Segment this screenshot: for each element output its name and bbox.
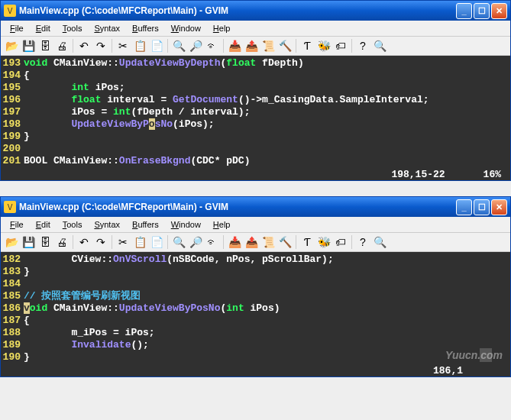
minimize-button[interactable]: _ bbox=[456, 199, 472, 215]
cut-icon[interactable]: ✂ bbox=[115, 234, 131, 250]
print-icon[interactable]: 🖨 bbox=[54, 38, 70, 53]
line-number: 190 bbox=[1, 351, 24, 363]
paste-icon[interactable]: 📄 bbox=[149, 234, 164, 250]
help-icon[interactable]: ? bbox=[355, 234, 370, 250]
shell-icon[interactable]: Ƭ bbox=[299, 38, 315, 53]
close-button[interactable]: ✕ bbox=[491, 3, 507, 19]
shell-icon[interactable]: Ƭ bbox=[299, 234, 315, 250]
menu-window[interactable]: Window bbox=[165, 218, 207, 231]
maximize-button[interactable]: ☐ bbox=[474, 3, 490, 19]
code-content: CView::OnVScroll(nSBCode, nPos, pScrollB… bbox=[24, 254, 510, 266]
toolbar-separator bbox=[296, 235, 296, 249]
ctags-icon[interactable]: 🐝 bbox=[316, 38, 332, 53]
save-session-icon[interactable]: 📤 bbox=[244, 38, 259, 53]
editor-line: 182 CView::OnVScroll(nSBCode, nPos, pScr… bbox=[1, 254, 510, 266]
toolbar-separator bbox=[112, 39, 112, 53]
editor-line: 199} bbox=[1, 131, 510, 143]
scroll-handle[interactable] bbox=[480, 348, 492, 362]
open-file-icon[interactable]: 📂 bbox=[4, 234, 19, 250]
copy-icon[interactable]: 📋 bbox=[132, 38, 147, 53]
window-title: MainView.cpp (C:\code\MFCReport\Main) - … bbox=[19, 5, 456, 16]
line-number: 182 bbox=[1, 254, 24, 266]
find-help-icon[interactable]: 🔍 bbox=[372, 38, 387, 53]
paste-icon[interactable]: 📄 bbox=[149, 38, 164, 53]
toolbar-separator bbox=[167, 39, 168, 53]
editor-line: 185// 按照套管编号刷新视图 bbox=[1, 290, 510, 302]
editor-line: 183} bbox=[1, 266, 510, 278]
load-session-icon[interactable]: 📥 bbox=[227, 234, 242, 250]
menubar: FileEditToolsSyntaxBuffersWindowHelp bbox=[1, 217, 510, 233]
code-content bbox=[24, 278, 510, 290]
scroll-percentage: 16% bbox=[484, 169, 501, 180]
menu-tools[interactable]: Tools bbox=[57, 22, 89, 34]
find-icon[interactable]: 🔍 bbox=[171, 38, 186, 53]
save-session-icon[interactable]: 📤 bbox=[244, 234, 259, 250]
menu-tools[interactable]: Tools bbox=[57, 218, 89, 231]
menu-buffers[interactable]: Buffers bbox=[126, 218, 165, 231]
line-number: 199 bbox=[1, 131, 24, 143]
open-file-icon[interactable]: 📂 bbox=[4, 38, 19, 53]
make-icon[interactable]: 🔨 bbox=[277, 38, 293, 53]
redo-icon[interactable]: ↷ bbox=[93, 234, 108, 250]
editor-line: 197 iPos = int(fDepth / interval); bbox=[1, 106, 510, 118]
editor-line: 187{ bbox=[1, 315, 510, 327]
editor-area[interactable]: 193void CMainView::UpdateViewByDepth(flo… bbox=[1, 56, 510, 169]
find-icon[interactable]: 🔍 bbox=[171, 234, 186, 250]
editor-line: 195 int iPos; bbox=[1, 82, 510, 94]
menu-window[interactable]: Window bbox=[165, 22, 207, 34]
tag-jump-icon[interactable]: 🏷 bbox=[333, 38, 348, 53]
help-icon[interactable]: ? bbox=[355, 38, 370, 53]
find-help-icon[interactable]: 🔍 bbox=[372, 234, 387, 250]
menu-buffers[interactable]: Buffers bbox=[126, 22, 165, 34]
code-content: UpdateViewByPosNo(iPos); bbox=[24, 118, 510, 131]
menu-edit[interactable]: Edit bbox=[30, 22, 57, 34]
save-icon[interactable]: 💾 bbox=[21, 38, 36, 53]
editor-line: 186void CMainView::UpdateViewByPosNo(int… bbox=[1, 302, 510, 315]
line-number: 183 bbox=[1, 266, 24, 278]
load-session-icon[interactable]: 📥 bbox=[227, 38, 242, 53]
menu-file[interactable]: File bbox=[4, 22, 30, 34]
tag-jump-icon[interactable]: 🏷 bbox=[333, 234, 348, 250]
menu-help[interactable]: Help bbox=[207, 218, 237, 231]
menu-help[interactable]: Help bbox=[207, 22, 237, 34]
app-icon: V bbox=[4, 5, 16, 17]
editor-area[interactable]: 182 CView::OnVScroll(nSBCode, nPos, pScr… bbox=[1, 252, 510, 365]
run-script-icon[interactable]: 📜 bbox=[260, 234, 276, 250]
find-next-icon[interactable]: 🔎 bbox=[188, 234, 203, 250]
save-all-icon[interactable]: 🗄 bbox=[37, 38, 53, 53]
undo-icon[interactable]: ↶ bbox=[76, 38, 92, 53]
ctags-icon[interactable]: 🐝 bbox=[316, 234, 332, 250]
print-icon[interactable]: 🖨 bbox=[54, 234, 70, 250]
copy-icon[interactable]: 📋 bbox=[132, 234, 147, 250]
menu-syntax[interactable]: Syntax bbox=[88, 22, 126, 34]
code-content: { bbox=[24, 315, 510, 327]
redo-icon[interactable]: ↷ bbox=[93, 38, 108, 53]
statusbar: 198,15-2216% bbox=[1, 169, 510, 180]
undo-icon[interactable]: ↶ bbox=[76, 234, 92, 250]
titlebar[interactable]: VMainView.cpp (C:\code\MFCReport\Main) -… bbox=[1, 1, 510, 21]
replace-icon[interactable]: ᯤ bbox=[205, 234, 220, 250]
make-icon[interactable]: 🔨 bbox=[277, 234, 293, 250]
cursor-position: 198,15-22 bbox=[391, 169, 445, 180]
editor-line: 188 m_iPos = iPos; bbox=[1, 327, 510, 339]
app-icon: V bbox=[4, 201, 16, 213]
run-script-icon[interactable]: 📜 bbox=[260, 38, 276, 53]
line-number: 198 bbox=[1, 118, 24, 131]
menu-syntax[interactable]: Syntax bbox=[88, 218, 126, 231]
maximize-button[interactable]: ☐ bbox=[474, 199, 490, 215]
menu-file[interactable]: File bbox=[4, 218, 30, 231]
replace-icon[interactable]: ᯤ bbox=[205, 38, 220, 53]
line-number: 193 bbox=[1, 57, 24, 69]
code-content: } bbox=[24, 266, 510, 278]
close-button[interactable]: ✕ bbox=[491, 199, 507, 215]
cut-icon[interactable]: ✂ bbox=[115, 38, 131, 53]
save-all-icon[interactable]: 🗄 bbox=[37, 234, 53, 250]
save-icon[interactable]: 💾 bbox=[21, 234, 36, 250]
minimize-button[interactable]: _ bbox=[456, 3, 472, 19]
editor-line: 189 Invalidate(); bbox=[1, 339, 510, 351]
menu-edit[interactable]: Edit bbox=[30, 218, 57, 231]
toolbar-separator bbox=[296, 39, 296, 53]
titlebar[interactable]: VMainView.cpp (C:\code\MFCReport\Main) -… bbox=[1, 197, 510, 217]
find-next-icon[interactable]: 🔎 bbox=[188, 38, 203, 53]
code-content: m_iPos = iPos; bbox=[24, 327, 510, 339]
